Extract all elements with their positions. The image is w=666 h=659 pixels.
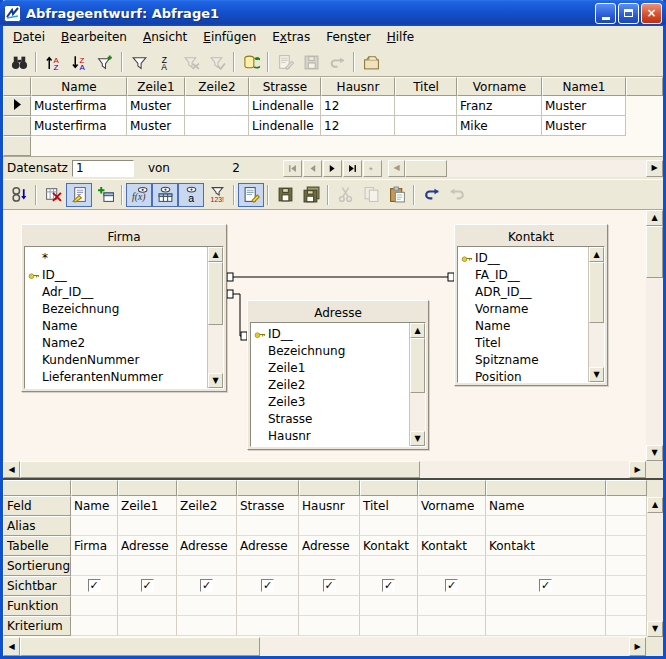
field-item[interactable]: Hausnr xyxy=(251,427,409,444)
feld-cell[interactable]: Zeile2 xyxy=(177,496,237,516)
sortierung-cell[interactable] xyxy=(360,556,418,576)
table-window-firma[interactable]: Firma*ID__Adr_ID__BezeichnungNameName2Ku… xyxy=(21,224,227,392)
alias-button[interactable]: a xyxy=(178,183,204,207)
menu-extras[interactable]: Extras xyxy=(264,28,318,46)
table-window-kontakt[interactable]: KontaktID__FA_ID__ADR_ID__VornameNameTit… xyxy=(454,224,608,386)
sichtbar-cell[interactable]: ✓ xyxy=(486,576,606,596)
alias-cell[interactable] xyxy=(71,516,118,536)
grid-corner-cell[interactable] xyxy=(3,77,31,96)
sichtbar-cell[interactable]: ✓ xyxy=(118,576,177,596)
row-label-tabelle[interactable]: Tabelle xyxy=(3,536,71,556)
visible-checkbox[interactable]: ✓ xyxy=(88,579,101,592)
cut-button[interactable] xyxy=(332,183,358,207)
grid-cell[interactable]: Mike xyxy=(457,116,542,136)
field-item[interactable]: KundenNummer xyxy=(25,351,207,368)
scroll-down-icon[interactable]: ▼ xyxy=(410,431,425,446)
alias-cell[interactable] xyxy=(237,516,299,536)
funktion-cell[interactable] xyxy=(118,596,177,616)
table-name-button[interactable] xyxy=(152,183,178,207)
grid-cell[interactable] xyxy=(395,96,457,116)
distinct-values-button[interactable]: 123! xyxy=(204,183,230,207)
add-table-button[interactable] xyxy=(92,183,118,207)
alias-cell[interactable] xyxy=(486,516,606,536)
sichtbar-cell[interactable]: ✓ xyxy=(360,576,418,596)
undo-data-entry-button[interactable] xyxy=(324,50,350,74)
sortierung-cell[interactable] xyxy=(237,556,299,576)
scroll-right-icon[interactable]: ▶ xyxy=(629,637,646,656)
grid-cell[interactable] xyxy=(185,116,249,136)
find-record-button[interactable] xyxy=(6,50,32,74)
menu-fenster[interactable]: Fenster xyxy=(318,28,379,46)
grid-cell[interactable] xyxy=(395,116,457,136)
scroll-up-icon[interactable]: ▲ xyxy=(647,497,663,513)
standard-filter-button[interactable] xyxy=(126,50,152,74)
feld-cell[interactable]: Hausnr xyxy=(299,496,360,516)
column-header-titel[interactable]: Titel xyxy=(395,77,457,96)
table-window-adresse[interactable]: AdresseID__BezeichnungZeile1Zeile2Zeile3… xyxy=(247,300,429,450)
kriterium-cell[interactable] xyxy=(418,616,486,636)
scrollbar-thumb[interactable] xyxy=(410,338,425,393)
kriterium-cell[interactable] xyxy=(486,616,606,636)
sichtbar-cell[interactable]: ✓ xyxy=(177,576,237,596)
sichtbar-cell[interactable]: ✓ xyxy=(418,576,486,596)
last-record-button[interactable] xyxy=(343,160,362,177)
scroll-left-icon[interactable]: ◀ xyxy=(388,160,405,177)
query-column-header[interactable] xyxy=(177,480,237,496)
design-view-button[interactable] xyxy=(66,183,92,207)
design-horizontal-scrollbar[interactable]: ◀ ▶ xyxy=(3,461,663,478)
visible-checkbox[interactable]: ✓ xyxy=(200,579,213,592)
field-item[interactable]: Postfach xyxy=(251,444,409,446)
table-scrollbar[interactable]: ▲▼ xyxy=(207,247,223,388)
undo-button[interactable] xyxy=(418,183,444,207)
visible-checkbox[interactable]: ✓ xyxy=(539,579,552,592)
feld-cell[interactable]: Name xyxy=(486,496,606,516)
field-item[interactable]: ADR_ID__ xyxy=(458,283,588,300)
scrollbar-thumb[interactable] xyxy=(20,637,260,656)
scroll-up-icon[interactable]: ▲ xyxy=(410,323,425,338)
funktion-cell[interactable] xyxy=(418,596,486,616)
grid-cell[interactable]: Muster xyxy=(127,116,185,136)
menu-einfgen[interactable]: Einfügen xyxy=(195,28,264,46)
alias-cell[interactable] xyxy=(299,516,360,536)
sort-descending-button[interactable]: ZA xyxy=(66,50,92,74)
previous-record-button[interactable] xyxy=(303,160,322,177)
field-item[interactable]: ID__ xyxy=(25,266,207,283)
field-item[interactable]: ID__ xyxy=(458,249,588,266)
table-scrollbar[interactable]: ▲▼ xyxy=(409,323,425,446)
join-line[interactable] xyxy=(227,290,247,340)
alias-cell[interactable] xyxy=(118,516,177,536)
next-record-button[interactable] xyxy=(323,160,342,177)
sortierung-cell[interactable] xyxy=(418,556,486,576)
query-column-header[interactable] xyxy=(71,480,118,496)
new-record-button[interactable]: * xyxy=(363,160,382,177)
grid-cell[interactable] xyxy=(185,96,249,116)
row-label-sortierung[interactable]: Sortierung xyxy=(3,556,71,576)
field-item[interactable]: Zeile2 xyxy=(251,376,409,393)
grid-cell[interactable]: Lindenalle xyxy=(249,96,321,116)
functions-button[interactable]: f(x) xyxy=(126,183,152,207)
sortierung-cell[interactable] xyxy=(299,556,360,576)
field-item[interactable]: * xyxy=(25,249,207,266)
sort-order-button[interactable]: ZA xyxy=(152,50,178,74)
tabelle-cell[interactable]: Adresse xyxy=(299,536,360,556)
sort-ascending-button[interactable]: AZ xyxy=(40,50,66,74)
scroll-down-icon[interactable]: ▼ xyxy=(646,445,663,461)
paste-button[interactable] xyxy=(384,183,410,207)
scrollbar-thumb[interactable] xyxy=(589,262,604,323)
kriterium-cell[interactable] xyxy=(360,616,418,636)
field-item[interactable]: Name2 xyxy=(25,334,207,351)
close-button[interactable]: × xyxy=(641,3,662,24)
visible-checkbox[interactable]: ✓ xyxy=(323,579,336,592)
grid-cell[interactable]: Muster xyxy=(127,96,185,116)
tabelle-cell[interactable]: Adresse xyxy=(118,536,177,556)
field-item[interactable]: Bezeichnung xyxy=(25,300,207,317)
table-scrollbar[interactable]: ▲▼ xyxy=(588,247,604,382)
minimize-button[interactable] xyxy=(595,3,616,24)
tabelle-cell[interactable]: Kontakt xyxy=(486,536,606,556)
query-column-header[interactable] xyxy=(118,480,177,496)
funktion-cell[interactable] xyxy=(360,596,418,616)
row-label-alias[interactable]: Alias xyxy=(3,516,71,536)
column-header-zeile2[interactable]: Zeile2 xyxy=(185,77,249,96)
scrollbar-track[interactable] xyxy=(410,393,425,431)
visible-checkbox[interactable]: ✓ xyxy=(445,579,458,592)
